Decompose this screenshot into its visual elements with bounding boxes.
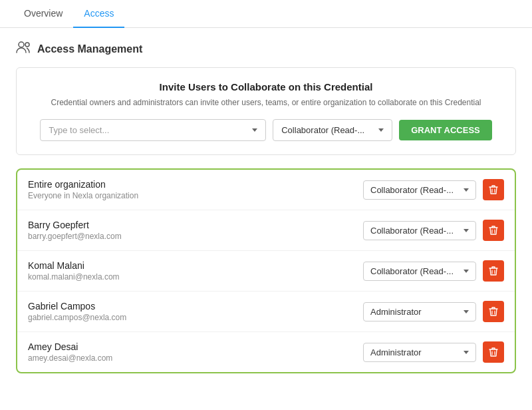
- access-controls: Administrator: [363, 301, 504, 322]
- access-name: Amey Desai: [28, 341, 112, 352]
- access-name: Gabriel Campos: [28, 301, 126, 311]
- role-value: Collaborator (Read-...: [370, 266, 454, 276]
- role-select-row-1[interactable]: Collaborator (Read-...: [363, 221, 476, 240]
- role-select-row-2[interactable]: Collaborator (Read-...: [363, 262, 476, 281]
- access-info: Amey Desai amey.desai@nexla.com: [28, 341, 112, 363]
- role-select-value: Collaborator (Read-...: [281, 125, 364, 135]
- access-info: Gabriel Campos gabriel.campos@nexla.com: [28, 301, 126, 322]
- delete-access-button[interactable]: [483, 301, 504, 322]
- grant-access-button[interactable]: GRANT ACCESS: [399, 120, 492, 140]
- page-content: Access Management Invite Users to Collab…: [0, 28, 532, 387]
- delete-access-button[interactable]: [483, 341, 504, 363]
- role-value: Administrator: [370, 347, 422, 357]
- role-value: Collaborator (Read-...: [370, 185, 454, 195]
- chevron-down-icon: [464, 351, 469, 354]
- chevron-down-icon: [464, 310, 469, 313]
- section-title: Access Management: [37, 43, 142, 55]
- access-controls: Collaborator (Read-...: [363, 260, 504, 282]
- role-value: Administrator: [370, 307, 422, 317]
- delete-access-button[interactable]: [483, 260, 504, 282]
- access-email: barry.goepfert@nexla.com: [28, 232, 122, 241]
- access-info: Komal Malani komal.malani@nexla.com: [28, 260, 120, 282]
- invite-description: Credential owners and administrators can…: [33, 98, 499, 107]
- table-row: Amey Desai amey.desai@nexla.com Administ…: [17, 332, 515, 372]
- table-row: Barry Goepfert barry.goepfert@nexla.com …: [17, 210, 515, 251]
- chevron-down-icon: [464, 188, 469, 192]
- svg-point-0: [19, 42, 24, 47]
- access-info: Entire organization Everyone in Nexla or…: [28, 179, 138, 200]
- access-email: komal.malani@nexla.com: [28, 272, 120, 282]
- invite-controls: Type to select... Collaborator (Read-...…: [33, 119, 499, 141]
- tab-overview[interactable]: Overview: [13, 0, 73, 28]
- access-info: Barry Goepfert barry.goepfert@nexla.com: [28, 220, 122, 241]
- access-name: Komal Malani: [28, 260, 120, 271]
- tab-bar: Overview Access: [0, 0, 532, 28]
- trash-icon: [489, 225, 498, 236]
- role-value: Collaborator (Read-...: [370, 226, 454, 236]
- delete-access-button[interactable]: [483, 179, 504, 200]
- access-email: Everyone in Nexla organization: [28, 191, 138, 200]
- invite-box: Invite Users to Collaborate on this Cred…: [16, 67, 516, 155]
- trash-icon: [489, 347, 498, 357]
- access-controls: Collaborator (Read-...: [363, 220, 504, 241]
- table-row: Komal Malani komal.malani@nexla.com Coll…: [17, 251, 515, 292]
- chevron-down-icon: [252, 128, 257, 132]
- access-list-container: Entire organization Everyone in Nexla or…: [16, 168, 516, 373]
- access-email: amey.desai@nexla.com: [28, 353, 112, 363]
- chevron-down-icon: [464, 270, 469, 273]
- access-controls: Administrator: [363, 341, 504, 363]
- chevron-down-icon: [378, 128, 384, 132]
- user-select-dropdown[interactable]: Type to select...: [40, 119, 266, 141]
- section-header: Access Management: [16, 41, 516, 57]
- access-name: Barry Goepfert: [28, 220, 122, 230]
- role-select-dropdown[interactable]: Collaborator (Read-...: [273, 119, 392, 141]
- access-name: Entire organization: [28, 179, 138, 190]
- users-icon: [16, 41, 31, 57]
- trash-icon: [489, 266, 498, 276]
- table-row: Entire organization Everyone in Nexla or…: [17, 170, 515, 210]
- access-email: gabriel.campos@nexla.com: [28, 313, 126, 322]
- invite-title: Invite Users to Collaborate on this Cred…: [33, 81, 499, 93]
- delete-access-button[interactable]: [483, 220, 504, 241]
- user-select-placeholder: Type to select...: [49, 125, 109, 135]
- tab-access[interactable]: Access: [73, 0, 124, 28]
- role-select-row-0[interactable]: Collaborator (Read-...: [363, 180, 476, 200]
- chevron-down-icon: [464, 229, 469, 232]
- svg-point-1: [25, 43, 29, 47]
- role-select-row-3[interactable]: Administrator: [363, 302, 476, 321]
- role-select-row-4[interactable]: Administrator: [363, 343, 476, 362]
- trash-icon: [489, 184, 498, 195]
- trash-icon: [489, 306, 498, 317]
- access-controls: Collaborator (Read-...: [363, 179, 504, 200]
- table-row: Gabriel Campos gabriel.campos@nexla.com …: [17, 292, 515, 332]
